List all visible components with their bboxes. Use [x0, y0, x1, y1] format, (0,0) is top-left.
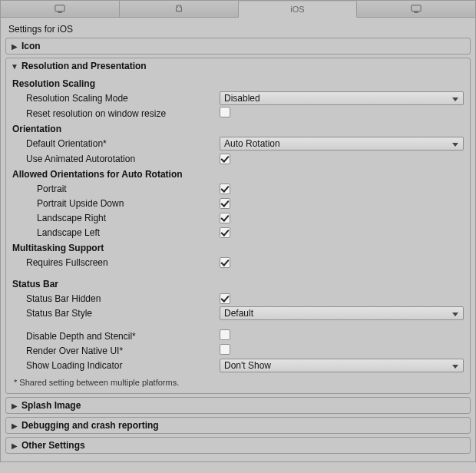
reset-resolution-checkbox[interactable] [220, 107, 230, 117]
monitor-icon [411, 4, 421, 15]
requires-fullscreen-label: Requires Fullscreen [12, 257, 220, 268]
show-loading-indicator-value: Don't Show [224, 360, 271, 371]
chevron-right-icon: ▶ [11, 42, 18, 51]
tab-standalone[interactable] [1, 1, 120, 17]
portrait-checkbox[interactable] [220, 184, 230, 194]
default-orientation-dropdown[interactable]: Auto Rotation [220, 137, 464, 150]
player-settings-panel: iOS Settings for iOS ▶ Icon ▼ Resolution… [0, 0, 476, 462]
default-orientation-label: Default Orientation* [12, 138, 220, 149]
monitor-icon [55, 4, 65, 15]
section-other-header[interactable]: ▶ Other Settings [6, 438, 470, 453]
render-over-native-ui-checkbox[interactable] [220, 344, 230, 355]
use-animated-autorotation-checkbox[interactable] [220, 154, 230, 164]
landscape-left-checkbox[interactable] [220, 227, 230, 238]
ios-tab-label: iOS [290, 5, 304, 14]
portrait-label: Portrait [12, 184, 220, 194]
multitasking-header: Multitasking Support [12, 240, 464, 255]
section-icon-title: Icon [21, 41, 41, 51]
status-bar-style-label: Status Bar Style [12, 308, 220, 319]
portrait-upside-down-label: Portrait Upside Down [12, 198, 220, 209]
chevron-right-icon: ▶ [11, 442, 18, 450]
svg-rect-5 [415, 12, 418, 12]
platform-tabs: iOS [1, 1, 475, 18]
chevron-right-icon: ▶ [11, 422, 18, 430]
settings-content: Settings for iOS ▶ Icon ▼ Resolution and… [1, 18, 475, 461]
section-splash-header[interactable]: ▶ Splash Image [6, 398, 470, 413]
scaling-mode-dropdown[interactable]: Disabled [220, 91, 464, 105]
disable-depth-stencil-label: Disable Depth and Stencil* [12, 331, 220, 342]
section-splash-title: Splash Image [21, 400, 81, 411]
use-animated-autorotation-label: Use Animated Autorotation [12, 154, 220, 164]
landscape-right-checkbox[interactable] [220, 213, 230, 223]
section-other-settings: ▶ Other Settings [5, 437, 471, 454]
chevron-right-icon: ▶ [11, 402, 18, 410]
section-debugging-header[interactable]: ▶ Debugging and crash reporting [6, 418, 470, 433]
status-bar-style-dropdown[interactable]: Default [220, 306, 464, 320]
section-icon-header[interactable]: ▶ Icon [6, 38, 470, 54]
chevron-down-icon: ▼ [11, 62, 18, 71]
tab-other-platform[interactable] [357, 1, 475, 17]
status-bar-hidden-checkbox[interactable] [220, 293, 230, 304]
svg-rect-1 [58, 12, 61, 12]
landscape-right-label: Landscape Right [12, 213, 220, 223]
shared-setting-footnote: * Shared setting between multiple platfo… [12, 373, 464, 389]
default-orientation-value: Auto Rotation [224, 138, 280, 149]
tab-ios[interactable]: iOS [239, 2, 358, 18]
disable-depth-stencil-checkbox[interactable] [220, 329, 230, 340]
scaling-mode-value: Disabled [224, 93, 260, 104]
render-over-native-ui-label: Render Over Native UI* [12, 346, 220, 356]
tab-android[interactable] [120, 1, 239, 17]
scaling-mode-label: Resolution Scaling Mode [12, 93, 220, 104]
allowed-orientations-header: Allowed Orientations for Auto Rotation [12, 166, 464, 181]
svg-point-2 [177, 6, 177, 7]
requires-fullscreen-checkbox[interactable] [220, 257, 230, 268]
show-loading-indicator-dropdown[interactable]: Don't Show [220, 359, 464, 372]
status-bar-header: Status Bar [12, 276, 464, 291]
landscape-left-label: Landscape Left [12, 227, 220, 238]
section-splash-image: ▶ Splash Image [5, 397, 471, 414]
orientation-header: Orientation [12, 121, 464, 136]
svg-rect-0 [55, 5, 64, 11]
status-bar-hidden-label: Status Bar Hidden [12, 293, 220, 304]
svg-rect-4 [412, 5, 421, 11]
section-res-title: Resolution and Presentation [21, 61, 147, 71]
section-other-title: Other Settings [21, 440, 85, 451]
show-loading-indicator-label: Show Loading Indicator [12, 360, 220, 371]
resolution-scaling-header: Resolution Scaling [12, 75, 464, 91]
svg-point-3 [180, 6, 180, 7]
status-bar-style-value: Default [224, 308, 253, 319]
section-resolution-presentation: ▼ Resolution and Presentation Resolution… [5, 58, 471, 394]
section-icon: ▶ Icon [5, 38, 471, 55]
settings-subtitle: Settings for iOS [5, 22, 471, 38]
android-icon [174, 4, 184, 15]
reset-resolution-label: Reset resolution on window resize [12, 108, 220, 119]
section-debugging: ▶ Debugging and crash reporting [5, 417, 471, 434]
section-res-header[interactable]: ▼ Resolution and Presentation [6, 58, 470, 74]
section-debugging-title: Debugging and crash reporting [21, 420, 159, 431]
portrait-upside-down-checkbox[interactable] [220, 198, 230, 209]
